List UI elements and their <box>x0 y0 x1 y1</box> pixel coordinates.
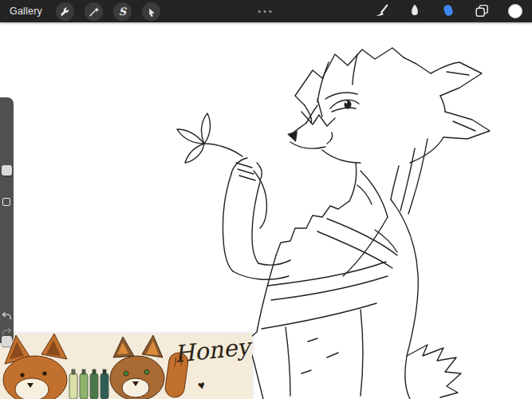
gallery-button[interactable]: Gallery <box>10 6 42 17</box>
side-toolbar <box>0 97 14 343</box>
transform-button[interactable] <box>142 2 160 21</box>
undo-icon <box>2 311 12 323</box>
adjustments-button[interactable] <box>85 2 103 21</box>
ref-palette-bottles <box>69 369 108 399</box>
canvas-options-dots[interactable]: ••• <box>258 6 274 16</box>
ref-character-middle <box>110 335 164 399</box>
smudge-tool-button[interactable] <box>405 2 424 21</box>
layers-button[interactable] <box>472 2 491 21</box>
modify-button[interactable] <box>2 198 10 206</box>
undo-button[interactable] <box>1 311 13 323</box>
wrench-icon <box>59 6 71 18</box>
eraser-icon <box>440 2 456 21</box>
selection-button[interactable]: S <box>113 2 132 21</box>
opacity-slider[interactable] <box>0 211 14 308</box>
selection-s-icon: S <box>119 6 126 18</box>
redo-icon <box>2 327 12 339</box>
actions-button[interactable] <box>56 2 74 21</box>
erase-tool-button[interactable] <box>439 2 458 21</box>
reference-image: Honey ♥ <box>0 334 252 399</box>
paint-tool-button[interactable] <box>372 2 391 21</box>
brush-size-handle[interactable] <box>2 165 12 176</box>
toolbar-right-group <box>372 2 532 21</box>
layers-icon <box>474 2 490 21</box>
drawing-canvas[interactable]: Honey ♥ <box>0 0 532 399</box>
smudge-icon <box>407 2 423 21</box>
redo-button[interactable] <box>1 327 13 339</box>
toolbar-left-group: Gallery S <box>0 2 160 21</box>
ref-character-left <box>3 334 67 399</box>
current-color-swatch <box>508 4 522 18</box>
color-button[interactable] <box>506 2 525 21</box>
magic-wand-icon <box>88 6 100 18</box>
brush-icon <box>373 2 389 21</box>
procreate-window: Honey ♥ Gallery <box>0 0 532 399</box>
transform-arrow-icon <box>145 6 157 18</box>
brush-size-slider[interactable] <box>0 97 14 196</box>
top-toolbar: Gallery S <box>0 0 532 22</box>
